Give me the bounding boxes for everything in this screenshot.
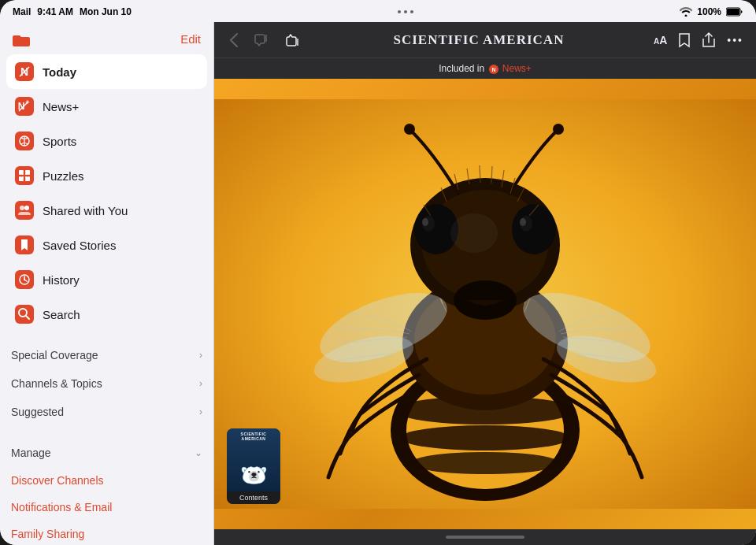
thumb-up-button[interactable] — [282, 30, 304, 50]
svg-point-18 — [20, 175, 23, 177]
status-bar: Mail 9:41 AM Mon Jun 10 100% — [0, 0, 756, 22]
puzzles-label: Puzzles — [43, 169, 84, 183]
share-button[interactable] — [702, 32, 716, 48]
status-dot-2 — [404, 10, 407, 13]
svg-point-22 — [20, 206, 24, 210]
channels-topics-label: Channels & Topics — [11, 377, 102, 390]
app-layout: Edit N Today — [0, 22, 756, 545]
contents-sa-logo: SCIENTIFICAMERICAN — [227, 432, 280, 441]
svg-point-38 — [410, 452, 560, 474]
svg-point-67 — [404, 124, 415, 135]
manage-label: Manage — [11, 447, 51, 459]
apple-news-plus-badge: N News+ — [487, 63, 532, 74]
wifi-icon — [680, 7, 692, 17]
sidebar-nav: N Today N + — [0, 54, 213, 332]
sidebar-item-puzzles[interactable]: Puzzles — [6, 158, 207, 193]
sidebar-item-newsplus[interactable]: N + News+ — [6, 89, 207, 124]
status-dot-1 — [398, 10, 401, 13]
svg-point-65 — [422, 218, 428, 226]
sidebar-item-today[interactable]: N Today — [6, 54, 207, 89]
battery-icon — [726, 7, 743, 17]
toolbar-right: AA ••• — [654, 32, 743, 48]
contents-image: SCIENTIFICAMERICAN 🐻‍❄️ — [227, 428, 280, 491]
contents-thumbnail[interactable]: SCIENTIFICAMERICAN 🐻‍❄️ Contents — [227, 428, 280, 504]
back-button[interactable] — [227, 30, 241, 50]
shared-icon — [14, 200, 35, 221]
svg-point-84 — [450, 213, 498, 253]
chevron-down-icon: ⌄ — [195, 447, 202, 458]
article-subtitle: Included in N News+ — [214, 58, 756, 79]
scroll-bar — [446, 536, 524, 539]
manage-header[interactable]: Manage ⌄ — [0, 439, 213, 467]
saved-label: Saved Stories — [43, 239, 116, 252]
chevron-right-icon-3: › — [199, 406, 202, 417]
status-bar-left: Mail 9:41 AM Mon Jun 10 — [13, 6, 132, 17]
svg-point-68 — [553, 124, 564, 135]
edit-button[interactable]: Edit — [180, 32, 201, 46]
sports-icon — [14, 131, 35, 151]
font-size-button[interactable]: AA — [654, 34, 667, 46]
svg-rect-1 — [727, 9, 739, 15]
sidebar-item-shared[interactable]: Shared with You — [6, 193, 207, 228]
sidebar-item-sports[interactable]: Sports — [6, 124, 207, 158]
polar-bear-image: 🐻‍❄️ — [240, 462, 268, 488]
folder-icon[interactable] — [13, 30, 30, 48]
saved-icon — [14, 235, 35, 255]
suggested-label: Suggested — [11, 406, 64, 418]
sidebar-item-history[interactable]: History — [6, 262, 207, 297]
svg-point-19 — [24, 178, 26, 180]
contents-label: Contents — [227, 491, 280, 504]
notifications-email-link[interactable]: Notifications & Email — [0, 494, 213, 521]
svg-point-27 — [24, 279, 25, 280]
today-label: Today — [43, 65, 76, 79]
svg-rect-13 — [19, 170, 24, 175]
svg-point-20 — [27, 175, 29, 177]
article-image: SCIENTIFICAMERICAN 🐻‍❄️ Contents — [214, 79, 756, 529]
newsplus-label: News+ — [43, 100, 79, 113]
svg-rect-16 — [25, 176, 30, 181]
family-sharing-link[interactable]: Family Sharing — [0, 521, 213, 545]
discover-channels-link[interactable]: Discover Channels — [0, 467, 213, 494]
status-time: 9:41 AM — [37, 6, 73, 17]
search-nav-icon — [14, 304, 35, 324]
expandable-section: Special Coverage › Channels & Topics › S… — [0, 341, 213, 426]
sidebar: Edit N Today — [0, 22, 214, 545]
svg-text:N: N — [491, 67, 495, 72]
status-date: Mon Jun 10 — [80, 6, 132, 17]
chevron-right-icon-1: › — [199, 350, 202, 361]
shared-label: Shared with You — [43, 204, 128, 217]
svg-point-62 — [512, 204, 556, 254]
svg-point-17 — [24, 172, 26, 174]
sidebar-item-saved[interactable]: Saved Stories — [6, 228, 207, 262]
history-icon — [14, 269, 35, 290]
today-icon: N — [14, 61, 35, 82]
svg-rect-28 — [15, 305, 34, 324]
suggested-item[interactable]: Suggested › — [0, 398, 213, 426]
chevron-right-icon-2: › — [199, 378, 202, 389]
svg-point-23 — [24, 206, 29, 210]
sidebar-item-search[interactable]: Search — [6, 297, 207, 332]
battery-percent: 100% — [697, 6, 721, 17]
bee-background — [214, 79, 756, 529]
status-dot-3 — [410, 10, 413, 13]
article-toolbar: SCIENTIFIC AMERICAN AA — [214, 22, 756, 58]
scroll-indicator — [214, 529, 756, 545]
manage-section: Manage ⌄ Discover Channels Notifications… — [0, 436, 213, 545]
more-button[interactable]: ••• — [727, 34, 743, 46]
svg-point-37 — [400, 425, 570, 450]
status-bar-center — [398, 10, 413, 13]
svg-rect-15 — [19, 176, 24, 181]
svg-point-66 — [520, 218, 526, 226]
sports-label: Sports — [43, 135, 76, 148]
search-label: Search — [43, 308, 80, 321]
included-in-text: Included in — [439, 63, 484, 74]
thumb-down-button[interactable] — [250, 30, 272, 50]
special-coverage-item[interactable]: Special Coverage › — [0, 341, 213, 369]
puzzles-icon — [14, 165, 35, 186]
svg-rect-12 — [15, 166, 34, 185]
toolbar-left — [227, 30, 304, 50]
bee-illustration — [214, 79, 756, 529]
newsplus-icon: N + — [14, 96, 35, 117]
bookmark-button[interactable] — [678, 32, 691, 48]
channels-topics-item[interactable]: Channels & Topics › — [0, 369, 213, 398]
